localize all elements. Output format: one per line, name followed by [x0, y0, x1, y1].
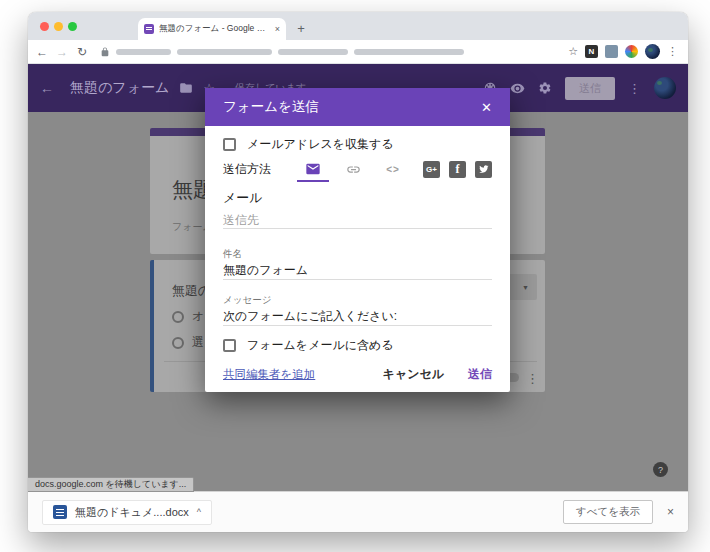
browser-tab[interactable]: 無題のフォーム - Google フォー × [138, 18, 286, 40]
include-form-label: フォームをメールに含める [247, 337, 394, 354]
status-text: docs.google.com を待機しています... [35, 478, 186, 491]
profile-avatar[interactable] [645, 44, 660, 59]
send-method-tabs: 送信方法 <> G+ f [223, 158, 492, 180]
move-folder-icon [179, 81, 193, 95]
browser-window: 無題のフォーム - Google フォー × + ← → ↻ ☆ N ⋮ ← 無… [28, 12, 688, 532]
cancel-button[interactable]: キャンセル [383, 366, 444, 383]
twitter-bird-icon [479, 164, 489, 174]
url-redacted [354, 49, 464, 55]
send-via-label: 送信方法 [223, 161, 271, 178]
show-all-downloads-button[interactable]: すべてを表示 [563, 500, 653, 524]
email-section-label: メール [223, 189, 263, 207]
macos-zoom-button[interactable] [68, 22, 77, 31]
message-underline [223, 325, 492, 326]
subject-label: 件名 [223, 248, 242, 261]
tab-link[interactable] [333, 158, 373, 180]
new-tab-button[interactable]: + [292, 20, 310, 38]
dialog-header: フォームを送信 ✕ [205, 88, 510, 126]
forward-button[interactable]: → [52, 45, 72, 59]
chevron-down-icon: ▼ [522, 284, 529, 291]
twitter-share-button[interactable] [475, 161, 492, 178]
collect-email-label: メールアドレスを収集する [247, 136, 394, 153]
status-bubble: docs.google.com を待機しています... [28, 477, 194, 492]
word-doc-icon [53, 505, 67, 519]
url-redacted[interactable] [116, 49, 171, 55]
dialog-footer: 共同編集者を追加 キャンセル 送信 [205, 356, 510, 392]
reload-button[interactable]: ↻ [72, 45, 92, 59]
facebook-share-button[interactable]: f [449, 161, 466, 178]
message-label: メッセージ [223, 294, 271, 307]
shelf-close-icon[interactable]: × [667, 505, 674, 519]
message-field[interactable]: 次のフォームにご記入ください: [223, 308, 397, 325]
checkbox-icon[interactable] [223, 339, 236, 352]
send-button[interactable]: 送信 [468, 366, 492, 383]
send-form-button: 送信 [565, 77, 615, 100]
subject-underline [223, 279, 492, 280]
include-form-row[interactable]: フォームをメールに含める [223, 337, 394, 354]
extension-icon[interactable] [605, 45, 618, 58]
to-field-underline [223, 228, 492, 229]
preview-eye-icon [510, 81, 525, 96]
download-expand-icon[interactable]: ^ [197, 507, 201, 517]
account-avatar [654, 77, 676, 99]
back-button[interactable]: ← [32, 45, 52, 59]
tab-embed[interactable]: <> [373, 158, 413, 180]
option-row: オ [172, 308, 204, 325]
forms-back-icon: ← [40, 80, 54, 96]
padlock-icon [100, 47, 110, 57]
tab-strip: 無題のフォーム - Google フォー × + [28, 12, 688, 40]
url-redacted [177, 49, 272, 55]
dialog-close-icon[interactable]: ✕ [481, 100, 492, 115]
url-redacted [278, 49, 348, 55]
dialog-title: フォームを送信 [223, 98, 319, 116]
email-icon [305, 161, 321, 177]
question-more-icon: ⋮ [526, 371, 539, 386]
subject-field[interactable]: 無題のフォーム [223, 262, 308, 279]
tab-close-icon[interactable]: × [275, 24, 280, 34]
link-icon [346, 162, 361, 177]
extension-n-icon[interactable]: N [585, 45, 598, 58]
tab-email[interactable] [293, 158, 333, 180]
add-collaborators-link[interactable]: 共同編集者を追加 [223, 367, 315, 382]
address-bar-row: ← → ↻ ☆ N ⋮ [28, 40, 688, 64]
embed-code-icon: <> [386, 164, 400, 175]
tab-title: 無題のフォーム - Google フォー [159, 23, 270, 35]
settings-gear-icon [538, 81, 552, 95]
to-field[interactable]: 送信先 [223, 212, 259, 229]
chrome-menu-icon[interactable]: ⋮ [667, 45, 678, 58]
send-form-dialog: フォームを送信 ✕ メールアドレスを収集する 送信方法 <> G+ f [205, 88, 510, 392]
extension-colorwheel-icon[interactable] [625, 45, 638, 58]
help-button: ? [653, 462, 668, 477]
collect-email-row[interactable]: メールアドレスを収集する [223, 136, 394, 153]
download-shelf: 無題のドキュメ....docx ^ すべてを表示 × [28, 491, 688, 532]
radio-icon [172, 337, 184, 349]
radio-icon [172, 311, 184, 323]
macos-close-button[interactable] [40, 22, 49, 31]
option-label: 選 [192, 334, 204, 351]
download-file-name: 無題のドキュメ....docx [75, 505, 189, 520]
checkbox-icon[interactable] [223, 138, 236, 151]
option-row: 選 [172, 334, 204, 351]
forms-favicon-icon [144, 24, 154, 34]
macos-minimize-button[interactable] [54, 22, 63, 31]
option-label: オ [192, 308, 204, 325]
download-item[interactable]: 無題のドキュメ....docx ^ [42, 500, 212, 525]
forms-more-icon: ⋮ [628, 81, 641, 96]
bookmark-star-icon[interactable]: ☆ [568, 45, 578, 58]
forms-title: 無題のフォーム [70, 79, 169, 97]
google-plus-share-button[interactable]: G+ [423, 161, 440, 178]
